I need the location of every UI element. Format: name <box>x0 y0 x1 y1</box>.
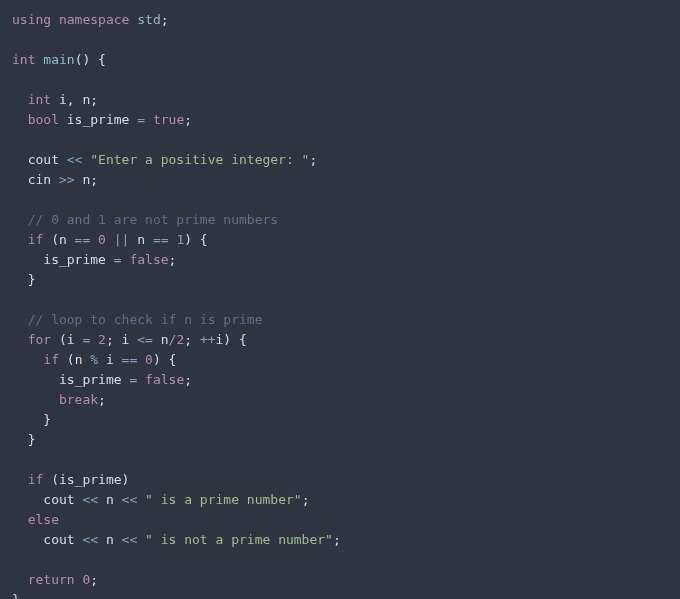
operator: >> <box>51 172 82 187</box>
identifier: n <box>106 532 114 547</box>
paren-close: ) { <box>223 332 246 347</box>
brace-open: { <box>98 52 106 67</box>
code-line: // loop to check if n is prime <box>12 312 262 327</box>
keyword-else: else <box>28 512 59 527</box>
keyword-return: return <box>28 572 75 587</box>
literal-false: false <box>129 252 168 267</box>
operator: == <box>67 232 98 247</box>
paren-open: ( <box>43 472 59 487</box>
operator: <= <box>129 332 160 347</box>
semicolon: ; <box>161 12 169 27</box>
identifier: n <box>59 232 67 247</box>
semicolon: ; <box>302 492 310 507</box>
operator: << <box>75 532 106 547</box>
operator: || <box>106 232 137 247</box>
code-line: bool is_prime = true; <box>12 112 192 127</box>
code-line: using namespace std; <box>12 12 169 27</box>
code-line: cout << n << " is not a prime number"; <box>12 532 341 547</box>
identifier-cin: cin <box>28 172 51 187</box>
code-line: int i, n; <box>12 92 98 107</box>
operator: == <box>145 232 176 247</box>
semicolon: ; <box>184 332 200 347</box>
keyword-if: if <box>28 232 44 247</box>
code-line: } <box>12 412 51 427</box>
code-line: for (i = 2; i <= n/2; ++i) { <box>12 332 247 347</box>
semicolon: ; <box>90 92 98 107</box>
operator: << <box>114 492 145 507</box>
code-line: } <box>12 272 35 287</box>
identifier: is_prime <box>67 112 130 127</box>
code-line: if (is_prime) <box>12 472 129 487</box>
code-line: break; <box>12 392 106 407</box>
semicolon: ; <box>333 532 341 547</box>
literal-true: true <box>153 112 184 127</box>
function-main: main <box>43 52 74 67</box>
literal-number: 0 <box>145 352 153 367</box>
identifier: is_prime <box>59 372 122 387</box>
identifier: is_prime <box>59 472 122 487</box>
literal-number: 0 <box>98 232 106 247</box>
identifier-std: std <box>137 12 160 27</box>
keyword-int: int <box>28 92 51 107</box>
identifier-cout: cout <box>28 152 59 167</box>
keyword-if: if <box>28 472 44 487</box>
identifier: i, n <box>59 92 90 107</box>
operator: << <box>75 492 106 507</box>
code-line: is_prime = false; <box>12 252 176 267</box>
parens: () <box>75 52 91 67</box>
semicolon: ; <box>98 392 106 407</box>
identifier-cout: cout <box>43 492 74 507</box>
operator: << <box>114 532 145 547</box>
literal-false: false <box>145 372 184 387</box>
identifier-cout: cout <box>43 532 74 547</box>
code-line: if (n == 0 || n == 1) { <box>12 232 208 247</box>
semicolon: ; <box>184 372 192 387</box>
identifier: n <box>106 492 114 507</box>
brace-close: } <box>12 592 20 599</box>
paren-close: ) { <box>184 232 207 247</box>
code-line: } <box>12 432 35 447</box>
code-line: } <box>12 592 20 599</box>
keyword-if: if <box>43 352 59 367</box>
code-line: return 0; <box>12 572 98 587</box>
keyword-int: int <box>12 52 35 67</box>
semicolon: ; <box>90 572 98 587</box>
operator: ++ <box>200 332 216 347</box>
code-line: cout << n << " is a prime number"; <box>12 492 309 507</box>
paren-close: ) { <box>153 352 176 367</box>
identifier: n <box>161 332 169 347</box>
literal-number: 2 <box>98 332 106 347</box>
code-line: if (n % i == 0) { <box>12 352 176 367</box>
keyword-for: for <box>28 332 51 347</box>
operator: = <box>75 332 98 347</box>
paren-open: ( <box>51 332 67 347</box>
keyword-break: break <box>59 392 98 407</box>
code-line: // 0 and 1 are not prime numbers <box>12 212 278 227</box>
semicolon: ; <box>90 172 98 187</box>
brace-close: } <box>28 432 36 447</box>
brace-close: } <box>28 272 36 287</box>
identifier: is_prime <box>43 252 106 267</box>
identifier: i <box>67 332 75 347</box>
operator: = <box>129 112 152 127</box>
paren-open: ( <box>59 352 75 367</box>
keyword-namespace: namespace <box>59 12 129 27</box>
comment: // loop to check if n is prime <box>28 312 263 327</box>
semicolon: ; <box>184 112 192 127</box>
paren-close: ) <box>122 472 130 487</box>
code-line: int main() { <box>12 52 106 67</box>
code-line: cin >> n; <box>12 172 98 187</box>
operator: = <box>106 252 129 267</box>
identifier: i <box>106 352 114 367</box>
code-block: using namespace std; int main() { int i,… <box>12 10 668 599</box>
operator: % <box>82 352 105 367</box>
comment: // 0 and 1 are not prime numbers <box>28 212 278 227</box>
semicolon: ; <box>169 252 177 267</box>
identifier: n <box>137 232 145 247</box>
operator: == <box>114 352 145 367</box>
semicolon: ; <box>309 152 317 167</box>
operator: << <box>59 152 90 167</box>
string-literal: " is a prime number" <box>145 492 302 507</box>
keyword-bool: bool <box>28 112 59 127</box>
code-line: is_prime = false; <box>12 372 192 387</box>
